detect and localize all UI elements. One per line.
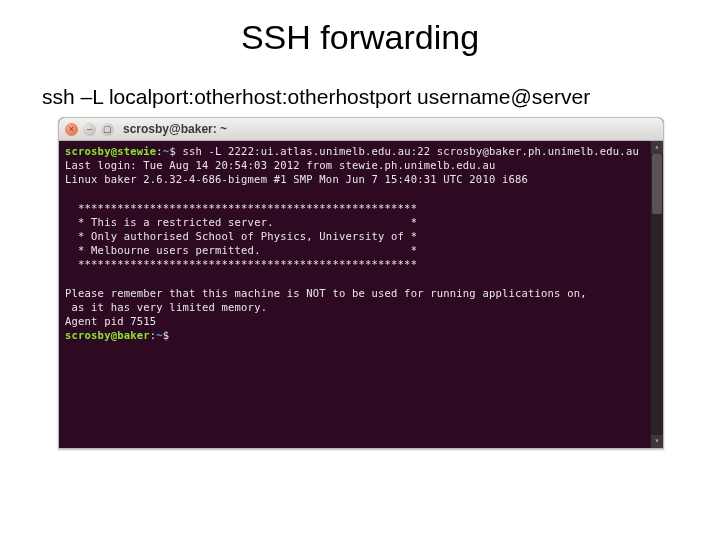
prompt-user: scrosby@baker [65,329,150,341]
terminal-line: Please remember that this machine is NOT… [65,286,657,300]
close-icon[interactable]: × [65,123,78,136]
motd-border: ****************************************… [65,257,657,271]
terminal-line: Agent pid 7515 [65,314,657,328]
motd-line: * Melbourne users permitted. * [65,243,657,257]
slide-title: SSH forwarding [0,18,720,57]
terminal-window: × – ▢ scrosby@baker: ~ scrosby@stewie:~$… [58,117,664,449]
terminal-line: Last login: Tue Aug 14 20:54:03 2012 fro… [65,158,657,172]
entered-command: ssh -L 2222:ui.atlas.unimelb.edu.au:22 s… [182,145,639,157]
terminal-line: scrosby@stewie:~$ ssh -L 2222:ui.atlas.u… [65,144,657,158]
motd-line: * Only authorised School of Physics, Uni… [65,229,657,243]
blank-line [65,187,657,201]
terminal-line: as it has very limited memory. [65,300,657,314]
terminal-body[interactable]: scrosby@stewie:~$ ssh -L 2222:ui.atlas.u… [59,141,663,448]
terminal-scrollbar[interactable]: ▴ ▾ [650,141,663,448]
motd-border: ****************************************… [65,201,657,215]
motd-line: * This is a restricted server. * [65,215,657,229]
minimize-icon[interactable]: – [83,123,96,136]
scroll-thumb[interactable] [652,154,662,214]
terminal-prompt: scrosby@baker:~$ [65,328,657,342]
maximize-icon[interactable]: ▢ [101,123,114,136]
window-title: scrosby@baker: ~ [123,122,657,136]
scroll-up-icon[interactable]: ▴ [651,141,663,154]
terminal-line: Linux baker 2.6.32-4-686-bigmem #1 SMP M… [65,172,657,186]
ssh-command-text: ssh –L localport:otherhost:otherhostport… [42,85,678,109]
window-titlebar[interactable]: × – ▢ scrosby@baker: ~ [59,118,663,141]
scroll-down-icon[interactable]: ▾ [651,435,663,448]
prompt-user: scrosby@stewie [65,145,156,157]
blank-line [65,272,657,286]
slide: SSH forwarding ssh –L localport:otherhos… [0,18,720,540]
